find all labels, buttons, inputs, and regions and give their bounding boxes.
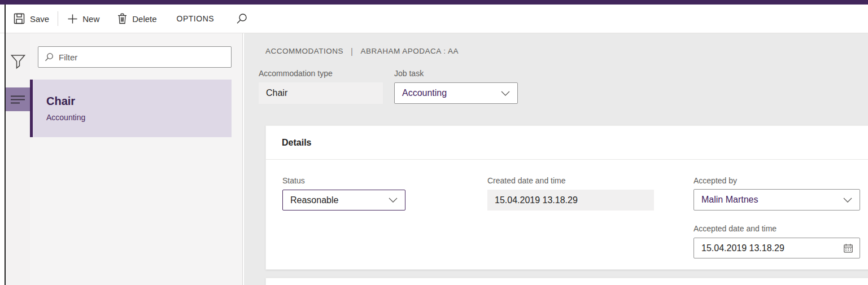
search-icon — [236, 13, 247, 24]
filter-input[interactable] — [59, 52, 225, 62]
job-task-field: Job task Accounting — [394, 69, 518, 104]
breadcrumb-current: ABRAHAM APODACA : AA — [360, 47, 459, 55]
main-content: ACCOMMODATIONS | ABRAHAM APODACA : AA Ac… — [244, 33, 868, 285]
filter-search-box[interactable] — [38, 46, 232, 68]
breadcrumb: ACCOMMODATIONS | ABRAHAM APODACA : AA — [265, 46, 459, 56]
accommodation-type-label: Accommodation type — [259, 69, 383, 78]
list-view-button[interactable] — [6, 87, 30, 111]
app-theme-bar — [0, 0, 868, 5]
plus-icon — [68, 14, 77, 24]
delete-label: Delete — [132, 14, 156, 24]
new-label: New — [82, 14, 99, 24]
created-datetime-text: 15.04.2019 13.18.29 — [495, 195, 578, 205]
chevron-down-icon — [843, 198, 852, 203]
accepted-by-label: Accepted by — [693, 176, 737, 185]
accepted-datetime-value: 15.04.2019 13.18.29 — [701, 243, 784, 253]
list-item-chair[interactable]: Chair Accounting — [29, 80, 232, 137]
save-icon — [14, 13, 25, 24]
accepted-by-dropdown[interactable]: Malin Martnes — [693, 189, 860, 211]
list-item-title: Chair — [46, 95, 232, 107]
list-lines-icon — [10, 95, 25, 104]
accepted-by-value: Malin Martnes — [701, 195, 758, 205]
delete-button[interactable]: Delete — [117, 13, 156, 24]
action-toolbar: Save New Delete OPTIONS — [0, 5, 868, 33]
accepted-datetime-label: Accepted date and time — [693, 224, 777, 233]
save-button[interactable]: Save — [14, 13, 49, 24]
window-edge-divider — [5, 5, 6, 285]
trash-icon — [117, 13, 127, 24]
new-button[interactable]: New — [68, 14, 99, 24]
funnel-icon — [10, 54, 25, 69]
breadcrumb-parent[interactable]: ACCOMMODATIONS — [265, 47, 343, 55]
chevron-down-icon — [389, 198, 398, 203]
toolbar-divider — [58, 11, 58, 26]
created-datetime-label: Created date and time — [487, 176, 566, 185]
left-icon-rail — [6, 33, 30, 285]
status-value: Reasonable — [290, 195, 338, 205]
accommodation-type-text: Chair — [266, 88, 287, 98]
breadcrumb-separator: | — [351, 46, 353, 56]
status-dropdown[interactable]: Reasonable — [282, 190, 405, 211]
job-task-value: Accounting — [402, 88, 447, 98]
created-datetime-value: 15.04.2019 13.18.29 — [487, 190, 654, 211]
filter-rail-button[interactable] — [10, 54, 25, 69]
accommodation-type-value: Chair — [259, 82, 383, 104]
status-label: Status — [282, 176, 305, 185]
toolbar-search-button[interactable] — [236, 13, 247, 24]
card-divider — [266, 159, 868, 160]
record-list-panel: Chair Accounting — [30, 33, 243, 285]
save-label: Save — [30, 14, 49, 24]
job-task-label: Job task — [394, 69, 518, 78]
job-task-dropdown[interactable]: Accounting — [394, 82, 518, 104]
next-card-partial — [265, 278, 868, 285]
list-item-subtitle: Accounting — [46, 113, 232, 122]
details-card: Details Status Reasonable Created date a… — [265, 125, 868, 270]
accepted-datetime-input[interactable]: 15.04.2019 13.18.29 — [693, 238, 860, 258]
details-card-title: Details — [282, 138, 311, 148]
accommodation-type-field: Accommodation type Chair — [259, 69, 383, 104]
options-menu-button[interactable]: OPTIONS — [177, 14, 215, 23]
calendar-icon[interactable] — [843, 243, 853, 253]
filter-search-icon — [45, 52, 54, 62]
chevron-down-icon — [501, 91, 510, 96]
